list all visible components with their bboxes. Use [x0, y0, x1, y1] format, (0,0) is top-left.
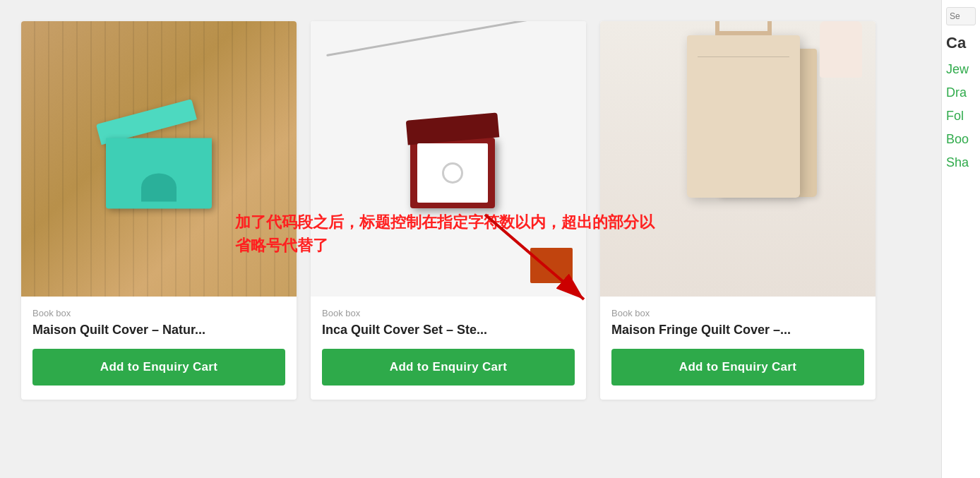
main-content: Book box Maison Quilt Cover – Natur... A… [0, 0, 941, 478]
product-card-3: Book box Maison Fringe Quilt Cover –... … [600, 21, 876, 400]
product-info-3: Book box Maison Fringe Quilt Cover –... … [600, 297, 876, 400]
add-to-cart-button-3[interactable]: Add to Enquiry Cart [611, 349, 864, 386]
ring-symbol [442, 162, 463, 184]
product-image-1 [21, 21, 297, 297]
ring-box-interior [417, 143, 488, 203]
teal-box-body [106, 138, 212, 208]
teal-box-graphic [106, 118, 212, 208]
product-card-1: Book box Maison Quilt Cover – Natur... A… [21, 21, 297, 400]
product-card-2: Book box Inca Quilt Cover Set – Ste... A… [311, 21, 586, 400]
ring-box [410, 138, 495, 208]
sidebar-link-1[interactable]: Jew [946, 61, 976, 78]
bag-front-line [698, 56, 789, 57]
sidebar-link-4[interactable]: Boo [946, 131, 976, 148]
product-info-1: Book box Maison Quilt Cover – Natur... A… [21, 297, 297, 400]
sidebar-search-input[interactable] [946, 7, 976, 25]
sidebar-title: Ca [946, 31, 976, 55]
sidebar-link-5[interactable]: Sha [946, 154, 976, 172]
product-category-2: Book box [322, 308, 575, 318]
hand-element [820, 21, 862, 78]
necklace-decoration [326, 21, 544, 56]
product-title-2: Inca Quilt Cover Set – Ste... [322, 323, 575, 337]
product-image-3 [600, 21, 876, 297]
bag-handle [715, 21, 772, 35]
add-to-cart-button-1[interactable]: Add to Enquiry Cart [32, 349, 285, 386]
sidebar-link-3[interactable]: Fol [946, 107, 976, 125]
gift-box-small [530, 248, 573, 283]
page-wrapper: Book box Maison Quilt Cover – Natur... A… [0, 0, 980, 478]
product-image-2 [311, 21, 586, 297]
product-category-1: Book box [32, 308, 285, 318]
shopping-bag [687, 35, 800, 198]
sidebar-link-2[interactable]: Dra [946, 84, 976, 102]
product-info-2: Book box Inca Quilt Cover Set – Ste... A… [311, 297, 586, 400]
jewelry-scene [311, 21, 586, 297]
product-category-3: Book box [611, 308, 864, 318]
right-sidebar: Ca Jew Dra Fol Boo Sha [941, 0, 980, 478]
product-title-3: Maison Fringe Quilt Cover –... [611, 323, 864, 337]
product-title-1: Maison Quilt Cover – Natur... [32, 323, 285, 337]
add-to-cart-button-2[interactable]: Add to Enquiry Cart [322, 349, 575, 386]
products-grid: Book box Maison Quilt Cover – Natur... A… [21, 21, 927, 400]
